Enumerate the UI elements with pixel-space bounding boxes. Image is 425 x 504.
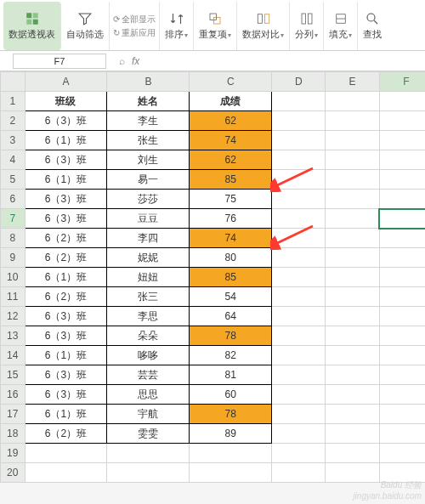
fx-label[interactable]: fx [132,55,139,67]
cell[interactable] [326,326,379,346]
cell[interactable] [379,287,425,307]
cell[interactable] [272,150,326,170]
row-header[interactable]: 12 [1,307,26,326]
cell[interactable]: 75 [190,190,272,209]
row-header[interactable]: 20 [1,463,26,483]
cell[interactable] [272,385,326,405]
cell[interactable]: 6（1）班 [25,170,107,190]
reapply-button[interactable]: ↻重新应用 [113,27,156,39]
cell[interactable] [379,111,425,131]
cell[interactable]: 班级 [25,92,107,111]
cell[interactable] [272,444,326,463]
cell[interactable] [272,111,326,131]
cell[interactable]: 李思 [107,307,190,326]
cell[interactable] [272,209,326,229]
cell[interactable] [272,229,326,248]
cell[interactable]: 6（2）班 [25,287,107,307]
column-header[interactable]: D [272,72,326,92]
cell[interactable] [107,463,190,483]
row-header[interactable]: 9 [1,248,26,268]
cell[interactable] [326,92,379,111]
cell[interactable]: 6（1）班 [25,268,107,287]
cell[interactable]: 芸芸 [107,365,190,385]
cell[interactable]: 雯雯 [107,424,190,444]
row-header[interactable]: 17 [1,405,26,424]
row-header[interactable]: 1 [1,92,26,111]
cell[interactable]: 78 [190,405,272,424]
cell[interactable]: 朵朵 [107,326,190,346]
row-header[interactable]: 15 [1,365,26,385]
cell[interactable] [379,229,425,248]
sort-button[interactable]: 排序▾ [160,2,194,50]
row-header[interactable]: 3 [1,131,26,150]
cell[interactable]: 64 [190,307,272,326]
cell[interactable] [326,268,379,287]
cell[interactable]: 莎莎 [107,190,190,209]
cell[interactable] [379,268,425,287]
cell[interactable] [25,444,107,463]
cell[interactable]: 6（1）班 [25,405,107,424]
row-header[interactable]: 4 [1,150,26,170]
column-header[interactable]: E [326,72,379,92]
lens-icon[interactable]: ⌕ [119,55,125,67]
cell[interactable] [379,131,425,150]
column-header[interactable]: A [25,72,107,92]
row-header[interactable]: 18 [1,424,26,444]
cell[interactable] [272,248,326,268]
cell[interactable]: 85 [190,268,272,287]
cell[interactable]: 姓名 [107,92,190,111]
cell[interactable]: 成绩 [190,92,272,111]
cell[interactable] [272,307,326,326]
cell[interactable] [379,385,425,405]
cell[interactable] [272,365,326,385]
cell[interactable] [326,150,379,170]
row-header[interactable]: 10 [1,268,26,287]
cell[interactable] [272,190,326,209]
cell[interactable] [272,92,326,111]
cell[interactable]: 宇航 [107,405,190,424]
cell[interactable]: 76 [190,209,272,229]
cell[interactable] [326,385,379,405]
row-header[interactable]: 14 [1,346,26,365]
row-header[interactable]: 16 [1,385,26,405]
row-header[interactable]: 7 [1,209,26,229]
cell[interactable]: 89 [190,424,272,444]
cell[interactable] [379,92,425,111]
cell[interactable]: 思思 [107,385,190,405]
find-button[interactable]: 查找 [358,2,387,50]
cell[interactable] [272,131,326,150]
cell[interactable] [272,287,326,307]
cell[interactable]: 74 [190,131,272,150]
cell[interactable] [379,209,425,229]
cell[interactable]: 60 [190,385,272,405]
cell[interactable] [190,463,272,483]
cell[interactable] [326,190,379,209]
compare-button[interactable]: 数据对比▾ [237,2,290,50]
cell[interactable]: 6（2）班 [25,248,107,268]
cell[interactable] [326,424,379,444]
cell[interactable] [107,444,190,463]
cell[interactable]: 张生 [107,131,190,150]
cell[interactable]: 哆哆 [107,346,190,365]
cell[interactable] [379,365,425,385]
cell[interactable]: 54 [190,287,272,307]
cell[interactable] [326,405,379,424]
cell[interactable] [326,287,379,307]
cell[interactable] [272,405,326,424]
cell[interactable] [326,444,379,463]
spreadsheet-grid[interactable]: ABCDEF1班级姓名成绩26（3）班李生6236（1）班张生7446（3）班刘… [0,71,425,483]
cell[interactable]: 80 [190,248,272,268]
cell[interactable]: 6（3）班 [25,385,107,405]
cell[interactable]: 6（2）班 [25,229,107,248]
cell[interactable]: 6（3）班 [25,365,107,385]
cell[interactable] [326,170,379,190]
cell[interactable]: 6（1）班 [25,346,107,365]
cell[interactable] [326,365,379,385]
cell[interactable] [379,307,425,326]
cell[interactable]: 85 [190,170,272,190]
name-box[interactable] [13,54,106,69]
cell[interactable]: 78 [190,326,272,346]
autofilter-button[interactable]: 自动筛选 [61,2,110,50]
row-header[interactable]: 5 [1,170,26,190]
cell[interactable] [326,111,379,131]
